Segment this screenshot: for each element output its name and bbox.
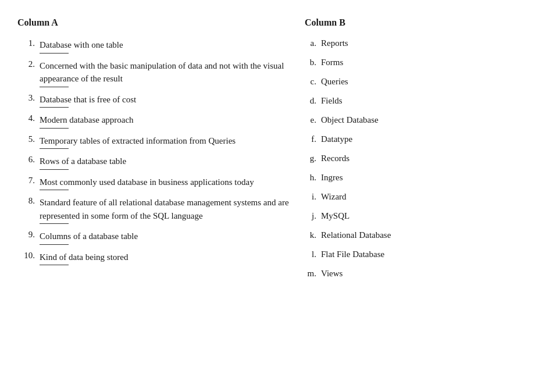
item-text: Queries [321, 77, 523, 87]
item-letter: c. [305, 77, 321, 87]
item-letter: l. [305, 250, 321, 259]
item-text: Datatype [321, 134, 523, 144]
answer-blank [40, 265, 69, 265]
item-letter: a. [305, 38, 321, 48]
item-text: Reports [321, 38, 523, 48]
item-number: 5. [17, 134, 40, 144]
list-item: j.MySQL [305, 211, 523, 221]
list-item: 6.Rows of a database table [17, 155, 293, 176]
item-text: Records [321, 154, 523, 163]
answer-blank [40, 128, 69, 129]
answer-blank [40, 169, 69, 170]
item-letter: e. [305, 115, 321, 125]
item-text: Wizard [321, 192, 523, 202]
item-text: Rows of a database table [40, 156, 126, 166]
list-item: c.Queries [305, 77, 523, 87]
list-item: 3.Database that is free of cost [17, 93, 293, 114]
answer-blank [40, 87, 69, 87]
item-letter: h. [305, 173, 321, 183]
item-text: MySQL [321, 211, 523, 221]
item-text: Concerned with the basic manipulation of… [40, 61, 284, 84]
item-text: Kind of data being stored [40, 252, 128, 262]
item-letter: g. [305, 154, 321, 163]
item-number: 10. [17, 251, 40, 261]
item-text: Flat File Database [321, 250, 523, 259]
item-text: Most commonly used database in business … [40, 177, 254, 187]
item-content: Temporary tables of extracted informatio… [40, 134, 293, 155]
item-text: Database that is free of cost [40, 95, 136, 104]
list-item: 4.Modern database approach [17, 113, 293, 134]
item-text: Columns of a database table [40, 231, 138, 241]
item-content: Modern database approach [40, 113, 293, 134]
list-item: a.Reports [305, 38, 523, 48]
answer-blank [40, 223, 69, 224]
item-number: 2. [17, 59, 40, 69]
list-item: h.Ingres [305, 173, 523, 183]
list-item: 9.Columns of a database table [17, 230, 293, 251]
item-content: Kind of data being stored [40, 251, 293, 272]
item-letter: f. [305, 134, 321, 144]
item-number: 7. [17, 176, 40, 186]
column-a-header: Column A [17, 17, 293, 28]
item-content: Rows of a database table [40, 155, 293, 176]
answer-blank [40, 244, 69, 245]
item-content: Database that is free of cost [40, 93, 293, 114]
answer-blank [40, 190, 69, 190]
list-item: f.Datatype [305, 134, 523, 144]
column-b-header: Column B [305, 17, 523, 28]
item-text: Temporary tables of extracted informatio… [40, 136, 236, 145]
item-content: Standard feature of all relational datab… [40, 196, 293, 230]
item-letter: b. [305, 58, 321, 67]
item-text: Forms [321, 58, 523, 67]
list-item: m.Views [305, 269, 523, 279]
item-letter: i. [305, 192, 321, 202]
main-content: Column A 1.Database with one table2.Conc… [12, 17, 523, 288]
list-item: 5.Temporary tables of extracted informat… [17, 134, 293, 155]
item-content: Most commonly used database in business … [40, 176, 293, 197]
list-item: d.Fields [305, 96, 523, 106]
list-item: 2.Concerned with the basic manipulation … [17, 59, 293, 93]
list-item: b.Forms [305, 58, 523, 67]
item-number: 4. [17, 113, 40, 123]
item-content: Database with one table [40, 38, 293, 59]
item-text: Standard feature of all relational datab… [40, 198, 289, 220]
list-item: i.Wizard [305, 192, 523, 202]
item-content: Concerned with the basic manipulation of… [40, 59, 293, 93]
answer-blank [40, 53, 69, 54]
item-text: Modern database approach [40, 115, 134, 124]
answer-blank [40, 148, 69, 149]
item-number: 9. [17, 230, 40, 240]
list-item: 8.Standard feature of all relational dat… [17, 196, 293, 230]
item-text: Database with one table [40, 40, 123, 49]
item-content: Columns of a database table [40, 230, 293, 251]
item-number: 3. [17, 93, 40, 103]
list-item: l.Flat File Database [305, 250, 523, 259]
item-number: 8. [17, 196, 40, 206]
item-number: 1. [17, 38, 40, 48]
item-text: Relational Database [321, 230, 523, 240]
column-a: Column A 1.Database with one table2.Conc… [12, 17, 293, 288]
column-b: Column B a.Reportsb.Formsc.Queriesd.Fiel… [293, 17, 523, 288]
item-letter: m. [305, 269, 321, 279]
item-text: Ingres [321, 173, 523, 183]
list-item: g.Records [305, 154, 523, 163]
list-item: 10.Kind of data being stored [17, 251, 293, 272]
list-item: e.Object Database [305, 115, 523, 125]
answer-blank [40, 107, 69, 108]
item-text: Views [321, 269, 523, 279]
item-letter: d. [305, 96, 321, 106]
item-letter: k. [305, 230, 321, 240]
list-item: k.Relational Database [305, 230, 523, 240]
list-item: 1.Database with one table [17, 38, 293, 59]
list-item: 7.Most commonly used database in busines… [17, 176, 293, 197]
item-text: Fields [321, 96, 523, 106]
item-letter: j. [305, 211, 321, 221]
item-number: 6. [17, 155, 40, 165]
item-text: Object Database [321, 115, 523, 125]
